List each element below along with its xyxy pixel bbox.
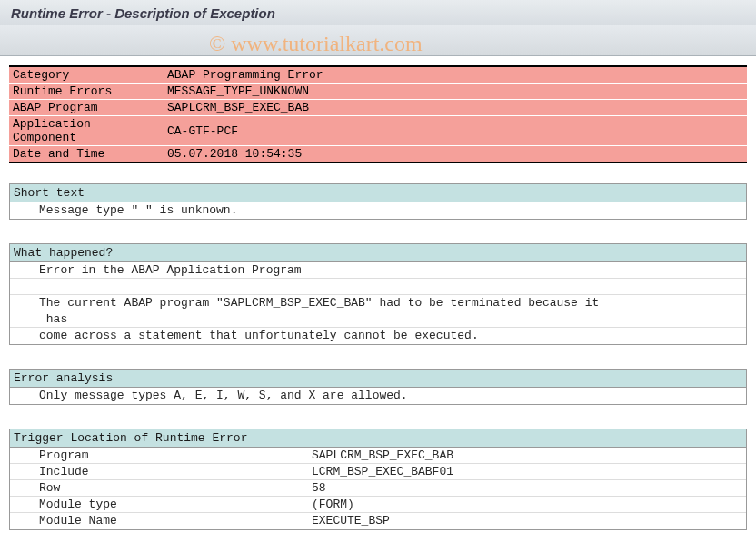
section-trigger-location: Trigger Location of Runtime Error Progra…	[9, 429, 747, 530]
page-title: Runtime Error - Description of Exception	[11, 5, 745, 21]
header-row-runtime-errors: Runtime Errors MESSAGE_TYPE_UNKNOWN	[9, 84, 747, 100]
kv-value: EXECUTE_BSP	[312, 514, 390, 528]
kv-key: Include	[39, 465, 312, 478]
text-line: come across a statement that unfortunate…	[10, 328, 746, 344]
header-label: Application Component	[9, 116, 164, 146]
kv-row-program: Program SAPLCRM_BSP_EXEC_BAB	[10, 448, 746, 464]
section-title: Error analysis	[10, 370, 746, 388]
section-body: Only message types A, E, I, W, S, and X …	[10, 388, 746, 404]
kv-value: (FORM)	[312, 498, 354, 511]
header-value: MESSAGE_TYPE_UNKNOWN	[164, 84, 747, 100]
section-title: Short text	[10, 184, 746, 202]
header-label: Category	[9, 66, 164, 84]
text-line: The current ABAP program "SAPLCRM_BSP_EX…	[10, 295, 746, 311]
header-row-date-time: Date and Time 05.07.2018 10:54:35	[9, 146, 747, 163]
header-label: Runtime Errors	[9, 84, 164, 100]
section-body: Error in the ABAP Application Program Th…	[10, 262, 746, 344]
section-title: What happened?	[10, 244, 746, 262]
text-line: Only message types A, E, I, W, S, and X …	[10, 388, 746, 404]
content-area: Category ABAP Programming Error Runtime …	[0, 56, 756, 539]
toolbar	[0, 25, 756, 56]
kv-key: Module Name	[39, 514, 312, 528]
header-value: SAPLCRM_BSP_EXEC_BAB	[164, 100, 747, 116]
section-what-happened: What happened? Error in the ABAP Applica…	[9, 243, 747, 345]
titlebar: Runtime Error - Description of Exception	[0, 0, 756, 25]
kv-value: 58	[312, 481, 326, 495]
text-line: Message type " " is unknown.	[10, 202, 746, 219]
header-label: ABAP Program	[9, 100, 164, 116]
error-header-table: Category ABAP Programming Error Runtime …	[9, 65, 747, 163]
section-short-text: Short text Message type " " is unknown.	[9, 183, 747, 220]
header-label: Date and Time	[9, 146, 164, 163]
text-line: Error in the ABAP Application Program	[10, 262, 746, 279]
text-line	[10, 279, 746, 295]
kv-value: LCRM_BSP_EXEC_BABF01	[312, 465, 453, 478]
section-error-analysis: Error analysis Only message types A, E, …	[9, 369, 747, 405]
kv-key: Row	[39, 481, 312, 495]
section-body: Program SAPLCRM_BSP_EXEC_BAB Include LCR…	[10, 448, 746, 529]
text-line: has	[10, 311, 746, 328]
header-value: CA-GTF-PCF	[164, 116, 747, 146]
header-value: ABAP Programming Error	[164, 66, 747, 84]
section-title: Trigger Location of Runtime Error	[10, 429, 746, 448]
section-body: Message type " " is unknown.	[10, 202, 746, 219]
header-value: 05.07.2018 10:54:35	[164, 146, 747, 163]
kv-key: Program	[39, 448, 312, 462]
header-row-application-component: Application Component CA-GTF-PCF	[9, 116, 747, 146]
kv-row-module-name: Module Name EXECUTE_BSP	[10, 513, 746, 529]
kv-row-include: Include LCRM_BSP_EXEC_BABF01	[10, 464, 746, 480]
kv-key: Module type	[39, 498, 312, 511]
header-row-category: Category ABAP Programming Error	[9, 66, 747, 84]
kv-row-row: Row 58	[10, 480, 746, 497]
header-row-abap-program: ABAP Program SAPLCRM_BSP_EXEC_BAB	[9, 100, 747, 116]
kv-value: SAPLCRM_BSP_EXEC_BAB	[312, 448, 453, 462]
kv-row-module-type: Module type (FORM)	[10, 497, 746, 513]
